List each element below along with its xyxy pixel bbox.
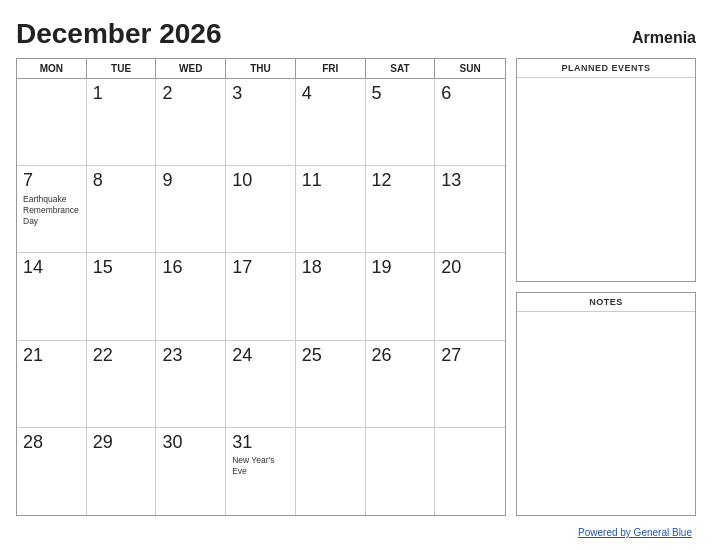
day-cell: 19 — [366, 253, 436, 340]
day-number: 26 — [372, 345, 429, 367]
day-cell: 29 — [87, 428, 157, 515]
day-number: 30 — [162, 432, 219, 454]
day-number: 15 — [93, 257, 150, 279]
main-content: MONTUEWEDTHUFRISATSUN 1234567Earthquake … — [16, 58, 696, 516]
day-number: 12 — [372, 170, 429, 192]
day-cell: 18 — [296, 253, 366, 340]
day-cell: 6 — [435, 79, 505, 166]
day-number: 29 — [93, 432, 150, 454]
day-cell: 3 — [226, 79, 296, 166]
day-cell: 24 — [226, 341, 296, 428]
day-number: 5 — [372, 83, 429, 105]
day-cell: 8 — [87, 166, 157, 253]
day-header: TUE — [87, 59, 157, 78]
country: Armenia — [632, 29, 696, 47]
day-header: SAT — [366, 59, 436, 78]
planned-events-title: PLANNED EVENTS — [517, 59, 695, 78]
day-cell: 28 — [17, 428, 87, 515]
day-cell: 10 — [226, 166, 296, 253]
event-label: Earthquake Remembrance Day — [23, 194, 80, 227]
day-number: 7 — [23, 170, 80, 192]
calendar-section: MONTUEWEDTHUFRISATSUN 1234567Earthquake … — [16, 58, 506, 516]
day-number: 1 — [93, 83, 150, 105]
day-number: 28 — [23, 432, 80, 454]
day-header: MON — [17, 59, 87, 78]
day-number: 11 — [302, 170, 359, 192]
day-cell: 22 — [87, 341, 157, 428]
day-cell: 27 — [435, 341, 505, 428]
day-cell — [296, 428, 366, 515]
event-label: New Year's Eve — [232, 455, 289, 477]
day-cell: 31New Year's Eve — [226, 428, 296, 515]
planned-events-body — [517, 78, 695, 281]
day-cell: 16 — [156, 253, 226, 340]
day-cell: 14 — [17, 253, 87, 340]
day-cell: 21 — [17, 341, 87, 428]
day-number: 4 — [302, 83, 359, 105]
day-number: 8 — [93, 170, 150, 192]
day-cell: 5 — [366, 79, 436, 166]
day-cell: 23 — [156, 341, 226, 428]
day-cell: 7Earthquake Remembrance Day — [17, 166, 87, 253]
day-cell: 17 — [226, 253, 296, 340]
day-cell: 15 — [87, 253, 157, 340]
day-cell: 1 — [87, 79, 157, 166]
day-number: 2 — [162, 83, 219, 105]
day-cell: 11 — [296, 166, 366, 253]
day-cell — [366, 428, 436, 515]
day-number: 31 — [232, 432, 289, 454]
day-cell: 2 — [156, 79, 226, 166]
footer: Powered by General Blue — [16, 522, 696, 540]
day-header: THU — [226, 59, 296, 78]
day-number: 19 — [372, 257, 429, 279]
day-cell: 13 — [435, 166, 505, 253]
day-number: 14 — [23, 257, 80, 279]
footer-link[interactable]: Powered by General Blue — [578, 527, 692, 538]
day-number: 27 — [441, 345, 499, 367]
day-cell: 12 — [366, 166, 436, 253]
notes-title: NOTES — [517, 293, 695, 312]
page: December 2026 Armenia MONTUEWEDTHUFRISAT… — [0, 0, 712, 550]
notes-body — [517, 312, 695, 515]
day-cell — [435, 428, 505, 515]
notes-box: NOTES — [516, 292, 696, 516]
day-number: 21 — [23, 345, 80, 367]
day-header: SUN — [435, 59, 505, 78]
day-number: 24 — [232, 345, 289, 367]
day-number: 22 — [93, 345, 150, 367]
day-number: 9 — [162, 170, 219, 192]
day-headers: MONTUEWEDTHUFRISATSUN — [17, 59, 505, 79]
month-title: December 2026 — [16, 18, 221, 50]
day-number: 13 — [441, 170, 499, 192]
planned-events-box: PLANNED EVENTS — [516, 58, 696, 282]
day-number: 18 — [302, 257, 359, 279]
day-number: 16 — [162, 257, 219, 279]
day-number: 25 — [302, 345, 359, 367]
day-number: 17 — [232, 257, 289, 279]
day-cell: 25 — [296, 341, 366, 428]
day-cell: 20 — [435, 253, 505, 340]
day-cell: 30 — [156, 428, 226, 515]
day-cell — [17, 79, 87, 166]
day-number: 6 — [441, 83, 499, 105]
header: December 2026 Armenia — [16, 18, 696, 50]
calendar-grid: 1234567Earthquake Remembrance Day8910111… — [17, 79, 505, 515]
day-cell: 9 — [156, 166, 226, 253]
day-number: 10 — [232, 170, 289, 192]
day-cell: 4 — [296, 79, 366, 166]
sidebar: PLANNED EVENTS NOTES — [516, 58, 696, 516]
day-number: 23 — [162, 345, 219, 367]
day-cell: 26 — [366, 341, 436, 428]
day-number: 3 — [232, 83, 289, 105]
day-number: 20 — [441, 257, 499, 279]
day-header: WED — [156, 59, 226, 78]
day-header: FRI — [296, 59, 366, 78]
